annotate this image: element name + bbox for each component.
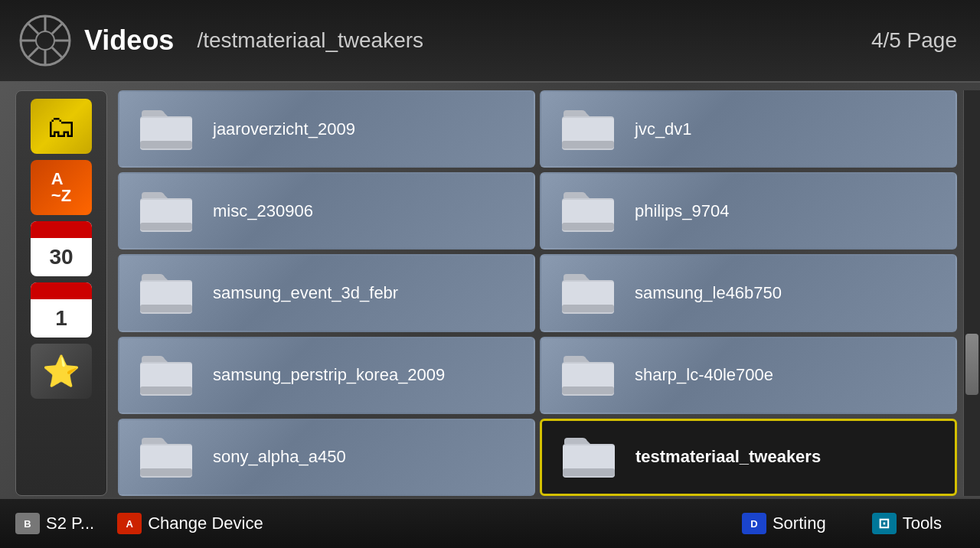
btn-label-s2p: S2 P... xyxy=(46,514,94,533)
folder-item[interactable]: samsung_event_3d_febr xyxy=(118,254,535,331)
svg-rect-36 xyxy=(140,468,192,476)
folder-name: samsung_le46b750 xyxy=(635,283,782,303)
svg-line-7 xyxy=(52,47,63,58)
folder-icon-wrap xyxy=(554,266,622,320)
svg-rect-18 xyxy=(140,223,192,230)
folder-icon-wrap xyxy=(132,266,201,320)
cal-body-30: 30 xyxy=(31,238,92,276)
svg-rect-33 xyxy=(562,387,614,394)
btn-label-tools: Tools xyxy=(903,514,942,533)
folder-item[interactable]: sony_alpha_a450 xyxy=(118,419,535,496)
folder-name: testmateriaal_tweakers xyxy=(635,447,821,467)
footer: B S2 P... A Change Device D Sorting ⊡ To… xyxy=(0,497,980,548)
btn-label-sorting: Sorting xyxy=(773,514,826,533)
btn-badge-a: A xyxy=(117,513,142,534)
svg-line-8 xyxy=(52,23,63,34)
folder-name: philips_9704 xyxy=(635,201,730,221)
footer-btn-change-device[interactable]: A Change Device xyxy=(117,513,263,534)
folder-item[interactable]: philips_9704 xyxy=(540,172,957,250)
btn-badge-tools-icon: ⊡ xyxy=(872,513,897,534)
svg-rect-27 xyxy=(562,305,614,312)
svg-rect-15 xyxy=(562,141,614,148)
sidebar-item-favorites[interactable]: ⭐ xyxy=(31,344,92,399)
svg-rect-39 xyxy=(563,468,615,476)
folder-name: sharp_lc-40le700e xyxy=(635,365,773,385)
folder-name: misc_230906 xyxy=(213,201,313,221)
folder-name: samsung_event_3d_febr xyxy=(213,283,398,303)
svg-line-6 xyxy=(28,23,38,34)
cal-header-30 xyxy=(31,221,92,238)
svg-rect-24 xyxy=(140,305,192,312)
folder-name: sony_alpha_a450 xyxy=(213,447,346,467)
folder-icon-wrap xyxy=(554,184,622,238)
folder-name: jaaroverzicht_2009 xyxy=(213,119,355,139)
folder-name: jvc_dv1 xyxy=(635,119,692,139)
header-path: /testmateriaal_tweakers xyxy=(197,28,423,53)
btn-badge-b: B xyxy=(15,513,40,534)
svg-rect-12 xyxy=(140,141,192,148)
videos-icon xyxy=(18,14,72,67)
folder-item[interactable]: testmateriaal_tweakers xyxy=(540,419,957,496)
folder-name: samsung_perstrip_korea_2009 xyxy=(213,365,445,385)
header-title: Videos xyxy=(84,24,174,57)
sidebar: 🗂 A~Z 30 1 ⭐ xyxy=(15,90,107,496)
folder-item[interactable]: samsung_perstrip_korea_2009 xyxy=(118,337,535,414)
az-label: A~Z xyxy=(51,171,71,204)
folder-icon-wrap xyxy=(132,348,201,402)
folder-icon-wrap xyxy=(132,430,201,484)
folder-icon-wrap xyxy=(132,103,201,156)
svg-line-9 xyxy=(28,47,38,58)
main-content: jaaroverzicht_2009jvc_dv1misc_230906phil… xyxy=(118,90,957,496)
footer-btn-s2p[interactable]: B S2 P... xyxy=(15,513,94,534)
folder-icon-wrap xyxy=(554,348,622,402)
sidebar-item-calendar30[interactable]: 30 xyxy=(31,221,92,276)
folder-icon-wrap xyxy=(132,184,201,238)
page-indicator: 4/5 Page xyxy=(871,28,957,53)
cal-header-1 xyxy=(31,282,92,299)
folder-item[interactable]: sharp_lc-40le700e xyxy=(540,337,957,414)
folder-icon: 🗂 xyxy=(46,109,77,144)
folder-item[interactable]: samsung_le46b750 xyxy=(540,254,957,331)
svg-point-1 xyxy=(36,31,54,50)
footer-btn-tools[interactable]: ⊡ Tools xyxy=(872,513,942,534)
folder-item[interactable]: jvc_dv1 xyxy=(540,90,957,168)
footer-btn-sorting[interactable]: D Sorting xyxy=(742,513,826,534)
header: Videos /testmateriaal_tweakers 4/5 Page xyxy=(0,0,980,83)
svg-rect-21 xyxy=(562,223,614,230)
folder-grid: jaaroverzicht_2009jvc_dv1misc_230906phil… xyxy=(118,90,957,496)
folder-icon-wrap xyxy=(554,103,622,156)
btn-badge-d: D xyxy=(742,513,766,534)
scrollbar-thumb[interactable] xyxy=(965,334,978,395)
folder-item[interactable]: misc_230906 xyxy=(118,172,535,250)
sidebar-item-folder[interactable]: 🗂 xyxy=(31,99,92,154)
btn-label-change-device: Change Device xyxy=(148,514,263,533)
sidebar-item-calendar1[interactable]: 1 xyxy=(31,282,92,338)
svg-rect-30 xyxy=(140,387,192,394)
scrollbar[interactable] xyxy=(963,90,980,496)
star-icon: ⭐ xyxy=(42,354,80,390)
cal-body-1: 1 xyxy=(31,299,92,338)
footer-right: D Sorting ⊡ Tools xyxy=(742,513,965,534)
folder-icon-wrap xyxy=(554,430,623,484)
sidebar-item-az[interactable]: A~Z xyxy=(31,160,92,215)
folder-item[interactable]: jaaroverzicht_2009 xyxy=(118,90,535,168)
